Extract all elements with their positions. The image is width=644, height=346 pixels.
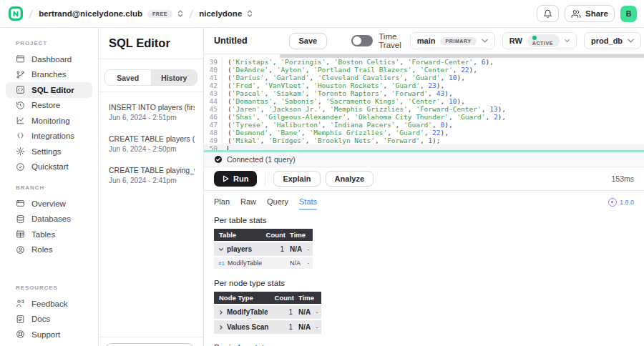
stats-row-values-scan[interactable]: Values Scan1N/A- (214, 320, 321, 334)
sidebar-item-feedback[interactable]: Feedback (6, 296, 92, 312)
history-list: INSERT INTO players (first_n… Jun 6, 202… (99, 95, 203, 184)
time-travel-toggle[interactable] (351, 35, 373, 46)
sort-by-time-button[interactable]: Time (294, 294, 313, 302)
divider (99, 59, 203, 59)
editor-line-41[interactable]: 41('Darius', 'Garland', 'Cleveland Caval… (204, 74, 644, 81)
expand-chevron-icon[interactable] (218, 325, 224, 330)
editor-line-46[interactable]: 46('Shai', 'Gilgeous-Alexander', 'Oklaho… (204, 113, 644, 121)
editor-line-44[interactable]: 44('Domantas', 'Sabonis', 'Sacramento Ki… (204, 97, 644, 105)
line-code: ('Fred', 'VanVleet', 'Houston Rockets', … (223, 81, 444, 89)
analyze-button[interactable]: Analyze (326, 171, 374, 187)
sidebar-item-sql-editor[interactable]: SQL Editor (6, 82, 92, 98)
per-index-stats-heading: Per index stats (214, 343, 634, 346)
connection-status-text: Connected (1 query) (227, 155, 296, 164)
editor-lines: 39('Kristaps', 'Porzingis', 'Boston Celt… (204, 58, 644, 152)
neon-logo-icon[interactable] (9, 6, 23, 21)
sidebar-item-changelog[interactable]: Changelog (6, 342, 92, 346)
editor-line-42[interactable]: 42('Fred', 'VanVleet', 'Houston Rockets'… (204, 81, 644, 89)
sql-editor-icon (16, 85, 25, 94)
row-count: 1 (271, 308, 294, 316)
sidebar-item-tables[interactable]: Tables (6, 227, 92, 242)
stats-row-modifytable[interactable]: #1ModifyTableN/A- (214, 257, 313, 269)
tab-query[interactable]: Query (267, 197, 288, 209)
expand-chevron-icon[interactable] (218, 310, 224, 315)
sidebar-item-monitoring[interactable]: Monitoring (6, 113, 92, 129)
sidebar-item-label: Feedback (31, 300, 68, 308)
new-query-button[interactable] (104, 343, 195, 346)
database-icon (16, 214, 25, 224)
play-icon (223, 175, 229, 182)
row-time: N/A (294, 308, 313, 316)
row-count: 1 (271, 323, 294, 331)
branch-select[interactable]: main PRIMARY (410, 32, 495, 49)
notifications-button[interactable] (537, 5, 559, 22)
editor-line-49[interactable]: 49('Mikal', 'Bridges', 'Brooklyn Nets', … (204, 137, 644, 144)
database-select[interactable]: prod_db (584, 32, 641, 49)
editor-line-39[interactable]: 39('Kristaps', 'Porzingis', 'Boston Celt… (204, 58, 644, 66)
monitoring-icon (16, 116, 25, 125)
tab-stats[interactable]: Stats (299, 197, 317, 210)
save-button[interactable]: Save (289, 33, 328, 49)
project-selector[interactable]: nicelydone (199, 9, 253, 18)
tab-plan[interactable]: Plan (214, 197, 230, 209)
editor-line-43[interactable]: 43('Pascal', 'Siakam', 'Toronto Raptors'… (204, 89, 644, 97)
divider (265, 172, 265, 185)
line-number: 47 (204, 121, 223, 129)
sidebar-item-databases[interactable]: Databases (6, 212, 92, 227)
stats-table-header: Node TypeCountTime (214, 292, 321, 304)
sidebar-item-roles[interactable]: Roles (6, 242, 92, 258)
editor-line-45[interactable]: 45('Jaren', 'Jackson Jr.', 'Memphis Griz… (204, 105, 644, 113)
run-button[interactable]: Run (214, 171, 257, 187)
sidebar-item-quickstart[interactable]: Quickstart (6, 159, 92, 175)
editor-line-40[interactable]: 40('DeAndre', 'Ayton', 'Portland Trail B… (204, 66, 644, 74)
stats-row-players[interactable]: players1N/A- (214, 242, 313, 256)
sidebar-item-branches[interactable]: Branches (6, 67, 92, 83)
tab-saved[interactable]: Saved (105, 70, 151, 85)
user-avatar[interactable]: B (620, 6, 637, 22)
per-node-type-stats-table: Node TypeCountTime ModifyTable1N/A-Value… (214, 292, 321, 334)
project-name: nicelydone (199, 9, 242, 18)
tab-history[interactable]: History (151, 70, 197, 85)
sidebar-item-overview[interactable]: Overview (6, 196, 92, 212)
row-extra: - (313, 323, 321, 331)
compute-status-badge: ACTIVE (527, 34, 560, 47)
panel-title: SQL Editor (99, 28, 203, 50)
people-icon (571, 9, 581, 19)
explain-version-badge: 1.8.0 (608, 198, 634, 207)
history-item[interactable]: CREATE TABLE players ( id S… Jun 6, 2024… (99, 122, 203, 153)
top-bar: / bertrand@nicelydone.club FREE / nicely… (0, 0, 644, 28)
sidebar-item-label: Settings (31, 147, 62, 156)
chevron-down-icon (628, 39, 634, 43)
expand-chevron-icon[interactable] (218, 247, 224, 252)
sidebar-item-docs[interactable]: Docs (6, 312, 92, 327)
editor-line-48[interactable]: 48('Desmond', 'Bane', 'Memphis Grizzlies… (204, 129, 644, 137)
table-icon (16, 229, 25, 239)
compute-select[interactable]: RW ACTIVE (502, 32, 577, 49)
sidebar-item-integrations[interactable]: Integrations (6, 129, 92, 144)
editor-line-47[interactable]: 47('Tyrese', 'Haliburton', 'Indiana Pace… (204, 121, 644, 129)
history-item-date: Jun 6, 2024 - 2:41pm (109, 177, 195, 184)
line-code: ('Domantas', 'Sabonis', 'Sacramento King… (223, 97, 465, 105)
line-number: 44 (204, 97, 223, 105)
explain-button[interactable]: Explain (273, 171, 320, 187)
per-table-stats-heading: Per table stats (214, 216, 634, 224)
sidebar-item-settings[interactable]: Settings (6, 144, 92, 159)
history-item[interactable]: CREATE TABLE playing_with_… Jun 6, 2024 … (99, 153, 203, 184)
share-button[interactable]: Share (565, 5, 615, 22)
gear-icon (16, 147, 25, 156)
role-icon (16, 245, 25, 254)
chevron-down-icon (482, 39, 488, 43)
sidebar-item-support[interactable]: Support (6, 327, 92, 342)
history-item[interactable]: INSERT INTO players (first_n… Jun 6, 202… (99, 95, 203, 122)
per-table-stats-table: TableCountTime players1N/A-#1ModifyTable… (214, 229, 313, 269)
sort-by-time-button[interactable]: Time (286, 231, 304, 239)
sidebar-item-restore[interactable]: Restore (6, 98, 92, 114)
org-selector[interactable]: bertrand@nicelydone.club FREE (39, 9, 183, 18)
code-editor[interactable]: 39('Kristaps', 'Porzingis', 'Boston Celt… (204, 54, 644, 152)
sidebar-item-dashboard[interactable]: Dashboard (6, 51, 92, 67)
chevron-updown-icon (247, 9, 253, 18)
row-extra: - (313, 308, 321, 316)
tab-raw[interactable]: Raw (240, 197, 256, 209)
stats-row-modifytable[interactable]: ModifyTable1N/A- (214, 305, 321, 319)
line-number: 48 (204, 129, 223, 137)
